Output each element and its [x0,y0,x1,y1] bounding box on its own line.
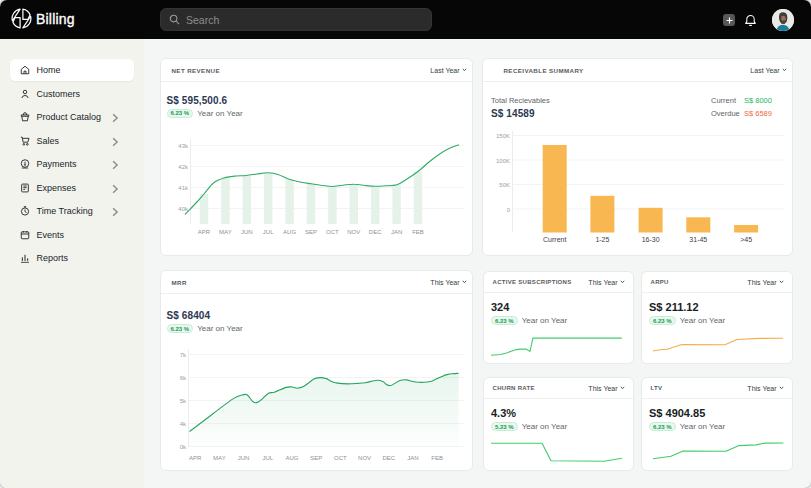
svg-text:FEB: FEB [412,229,424,235]
svg-text:SEP: SEP [305,229,317,235]
svg-text:SEP: SEP [310,455,322,461]
svg-text:OCT: OCT [334,455,347,461]
svg-text:0: 0 [507,207,511,213]
svg-text:DEC: DEC [382,455,395,461]
svg-text:OCT: OCT [326,229,339,235]
svg-text:16-30: 16-30 [642,236,660,243]
svg-text:42k: 42k [178,164,189,170]
svg-text:4k: 4k [180,421,187,427]
svg-text:NOV: NOV [347,229,360,235]
svg-text:150K: 150K [496,133,510,139]
svg-text:41k: 41k [178,185,189,191]
svg-text:Current: Current [543,236,566,243]
svg-text:JAN: JAN [407,455,418,461]
svg-text:AUG: AUG [285,455,298,461]
svg-text:JUN: JUN [238,455,250,461]
svg-text:JUL: JUL [263,229,274,235]
svg-text:50K: 50K [499,182,510,188]
svg-text:APR: APR [198,229,211,235]
svg-text:5k: 5k [180,398,187,404]
svg-text:NOV: NOV [358,455,371,461]
svg-text:JUL: JUL [262,455,273,461]
svg-text:DEC: DEC [369,229,382,235]
svg-text:0k: 0k [180,444,187,450]
svg-text:100K: 100K [496,158,510,164]
svg-text:JUN: JUN [241,229,253,235]
svg-text:JAN: JAN [391,229,402,235]
svg-text:FEB: FEB [431,455,443,461]
svg-text:MAY: MAY [219,229,232,235]
svg-text:7k: 7k [180,352,187,358]
svg-text:1-25: 1-25 [595,236,609,243]
svg-text:6k: 6k [180,375,187,381]
svg-text:43k: 43k [178,143,189,149]
svg-text:40k: 40k [178,206,189,212]
svg-text:>45: >45 [740,236,752,243]
svg-text:AUG: AUG [283,229,296,235]
svg-text:31-45: 31-45 [689,236,707,243]
svg-text:MAY: MAY [213,455,226,461]
svg-text:APR: APR [189,455,202,461]
